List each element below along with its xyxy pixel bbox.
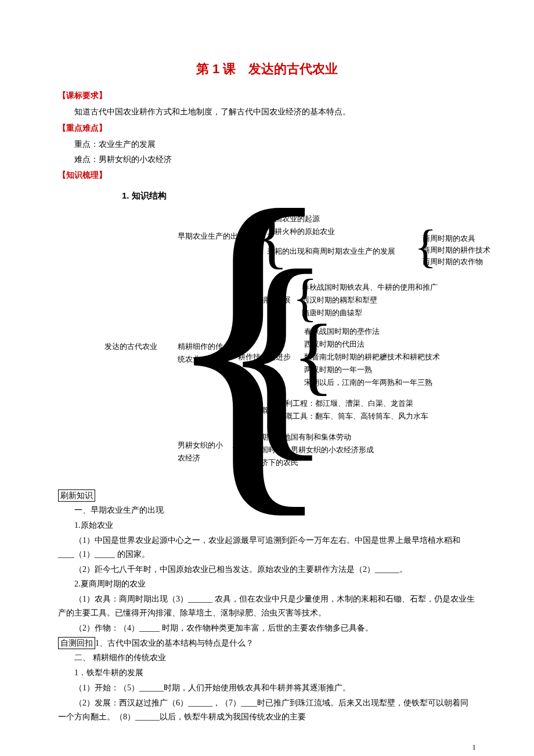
self-test-question: 1、古代中国农业的基本结构与特点是什么？ — [95, 639, 254, 647]
refresh-h2-1: 1．铁犁牛耕的发展 — [58, 666, 476, 680]
knowledge-structure-diagram: 发达的古代农业 { 早期农业生产的出现 { 中国农业的起源 刀耕火种的原始农业 … — [70, 207, 499, 485]
page-number: 1 — [58, 741, 476, 754]
self-test-block: 自测回扣1、古代中国农业的基本结构与特点是什么？ — [58, 636, 476, 650]
lesson-title: 第 1 课 发达的古代农业 — [58, 58, 476, 80]
section-heading-zhongdian: 【重点难点】 — [58, 121, 476, 135]
struct-b2-5: 宋朝以后，江南的一年两熟和一年三熟 — [304, 376, 432, 389]
struct-a3-2: 商周时期的耕作技术 — [423, 244, 490, 257]
struct-b3-1: 水利工程：都江堰、漕渠、白渠、龙首渠 — [277, 397, 413, 410]
refresh-p3: （1）农具：商周时期出现（3）______ 农具，但在农业中只是少量使用，木制的… — [58, 592, 476, 620]
refresh-p6: （2）发展：西汉赵过推广（6）______，（7）____时已推广到珠江流域。后… — [58, 696, 476, 724]
self-test-label-box: 自测回扣 — [58, 637, 95, 650]
struct-b2-4: 两汉时期的一年一熟 — [304, 363, 372, 376]
struct-a3-1: 商周时期的农具 — [423, 232, 475, 245]
struct-c2: 春秋战国时期，男耕女织的小农经济形成 — [238, 444, 374, 456]
struct-b: 精耕细作的传统农业 — [178, 340, 224, 366]
struct-b1: 铁犁牛耕的发展 — [238, 294, 291, 307]
struct-a3-3: 西周时期的农作物 — [423, 255, 483, 268]
kebiao-body: 知道古代中国农业耕作方式和土地制度，了解古代中国农业经济的基本特点。 — [58, 105, 476, 119]
refresh-p4: （2）作物：（4）_____ 时期，农作物种类更加丰富，后世的主要农作物多已具备… — [58, 621, 476, 635]
section-heading-kebiao: 【课标要求】 — [58, 89, 476, 103]
struct-root: 发达的古代农业 — [104, 340, 157, 353]
struct-b2-1: 春秋战国时期的垄作法 — [304, 325, 380, 338]
struct-b3-2: 灌溉工具：翻车、筒车、高转筒车、风力水车 — [277, 410, 428, 423]
struct-b1-2: 西汉时期的耦犁和犁壁 — [302, 294, 377, 307]
refresh-h2: 二、 精耕细作的传统农业 — [58, 651, 476, 665]
struct-b3: 水利灌溉 — [238, 404, 268, 417]
refresh-h1-2: 2.夏商周时期的农业 — [58, 577, 476, 591]
document-page: 第 1 课 发达的古代农业 【课标要求】 知道古代中国农业耕作方式和土地制度，了… — [29, 0, 505, 756]
struct-c3: 小农经济下的农民 — [238, 456, 298, 469]
struct-b2-3: 魏晋南北朝时期的耕耙耱技术和耕耙技术 — [304, 351, 440, 363]
refresh-label-box: 刷新知识 — [58, 489, 95, 502]
struct-c: 男耕女织的小农经济 — [178, 439, 230, 465]
refresh-p2: （2）距今七八千年时，中国原始农业已相当发达。原始农业的主要耕作方法是（2）__… — [58, 563, 476, 577]
struct-c1: 商周时期的土地国有制和集体劳动 — [238, 431, 351, 444]
struct-b1-1: 春秋战国时期铁农具、牛耕的使用和推广 — [302, 281, 438, 294]
refresh-p5: （1）开始：（5）______时期，人们开始使用铁农具和牛耕并将其逐渐推广。 — [58, 681, 476, 695]
struct-b2-2: 西汉时期的代田法 — [304, 338, 365, 351]
struct-b2: 耕作技术的进步 — [238, 351, 291, 363]
